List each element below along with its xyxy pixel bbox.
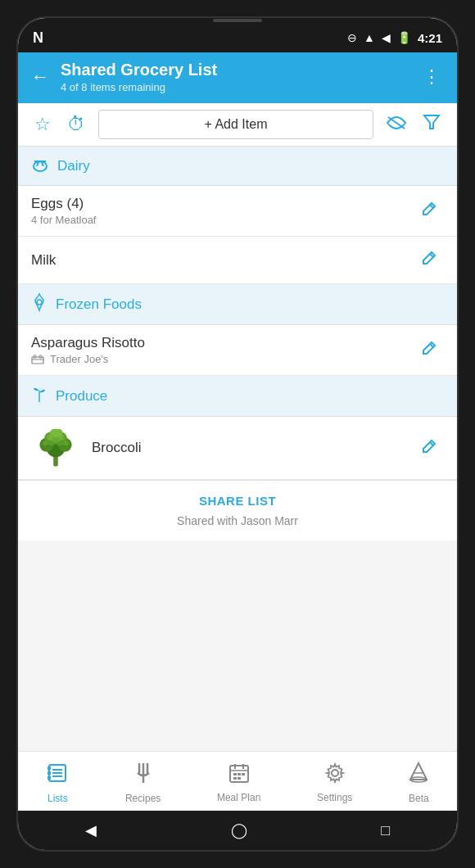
category-name-dairy: Dairy — [57, 158, 90, 174]
svg-point-25 — [55, 429, 62, 436]
edit-button-milk[interactable] — [414, 246, 444, 274]
nav-label-lists: Lists — [48, 793, 68, 804]
hide-icon[interactable] — [383, 111, 409, 138]
share-list-button[interactable]: SHARE LIST — [31, 494, 444, 508]
item-title-risotto: Asparagus Risotto — [31, 335, 414, 351]
filter-icon[interactable] — [419, 110, 444, 139]
nav-item-mealplan[interactable]: Meal Plan — [207, 759, 270, 807]
home-nav-button[interactable]: ◯ — [224, 815, 254, 846]
category-header-produce: Produce — [18, 376, 457, 417]
svg-rect-32 — [48, 771, 51, 775]
phone-container: N ⊖ ▲ ◀ 🔋 4:21 ← Shared Grocery List 4 o… — [16, 16, 459, 852]
svg-rect-44 — [233, 777, 237, 780]
list-item: Asparagus Risotto Trader Joe's — [18, 325, 457, 376]
calendar-icon — [228, 762, 250, 789]
category-header-frozen: Frozen Foods — [18, 284, 457, 325]
nav-item-settings[interactable]: Settings — [307, 759, 362, 807]
settings-icon — [324, 762, 346, 789]
svg-point-22 — [43, 441, 48, 446]
item-title-eggs: Eggs (4) — [31, 196, 414, 212]
status-bar: N ⊖ ▲ ◀ 🔋 4:21 — [18, 23, 457, 52]
lists-icon — [46, 762, 69, 790]
back-button[interactable]: ← — [31, 66, 49, 88]
page-title: Shared Grocery List — [61, 61, 419, 79]
nav-item-lists[interactable]: Lists — [36, 758, 79, 807]
add-item-button[interactable]: + Add Item — [98, 110, 373, 139]
nav-label-recipes: Recipes — [125, 793, 161, 804]
item-content-risotto: Asparagus Risotto Trader Joe's — [31, 335, 414, 365]
nav-item-recipes[interactable]: Recipes — [115, 758, 170, 807]
bottom-nav: Lists Recipes — [18, 751, 457, 811]
status-bar-right: ⊖ ▲ ◀ 🔋 4:21 — [347, 31, 442, 45]
svg-rect-42 — [238, 773, 241, 775]
category-header-dairy: Dairy — [18, 147, 457, 186]
battery-icon: 🔋 — [397, 31, 411, 44]
add-item-label: + Add Item — [205, 117, 268, 132]
content-area: Dairy Eggs (4) 4 for Meatloaf Milk — [18, 147, 457, 751]
edit-button-risotto[interactable] — [414, 337, 444, 364]
time-display: 4:21 — [418, 31, 442, 45]
dairy-icon — [31, 155, 49, 177]
top-bar: ← Shared Grocery List 4 of 8 items remai… — [18, 52, 457, 103]
category-name-frozen: Frozen Foods — [56, 296, 142, 313]
carrier-icon: N — [33, 29, 43, 47]
signal-icon: ◀ — [382, 31, 391, 44]
svg-point-2 — [34, 161, 47, 171]
produce-icon — [31, 384, 48, 408]
item-content-eggs: Eggs (4) 4 for Meatloaf — [31, 196, 414, 226]
svg-rect-33 — [48, 776, 51, 780]
svg-point-6 — [37, 300, 42, 305]
nav-label-beta: Beta — [409, 793, 429, 804]
list-item: Milk — [18, 237, 457, 284]
svg-rect-41 — [233, 773, 237, 775]
favorites-icon[interactable]: ☆ — [31, 111, 54, 138]
recipes-icon — [133, 762, 154, 790]
item-subtitle-risotto: Trader Joe's — [31, 353, 414, 365]
edit-button-eggs[interactable] — [414, 197, 444, 224]
history-icon[interactable]: ⏱ — [64, 111, 88, 138]
more-options-button[interactable]: ⋮ — [419, 63, 444, 91]
svg-rect-31 — [48, 766, 51, 770]
footer-actions: SHARE LIST Shared with Jason Marr — [18, 480, 457, 540]
item-title-broccoli: Broccoli — [92, 440, 414, 456]
top-bar-center: Shared Grocery List 4 of 8 items remaini… — [61, 61, 419, 93]
list-item: Eggs (4) 4 for Meatloaf — [18, 186, 457, 237]
edit-button-broccoli[interactable] — [414, 435, 444, 462]
recents-nav-button[interactable]: □ — [374, 816, 396, 846]
category-name-produce: Produce — [56, 388, 107, 405]
item-title-milk: Milk — [31, 252, 414, 269]
page-subtitle: 4 of 8 items remaining — [61, 81, 419, 93]
svg-point-46 — [332, 770, 338, 776]
item-subtitle-eggs: 4 for Meatloaf — [31, 214, 414, 226]
nav-label-settings: Settings — [317, 792, 352, 803]
svg-rect-45 — [238, 777, 241, 780]
item-content-broccoli: Broccoli — [92, 440, 414, 456]
nav-item-beta[interactable]: Beta — [399, 758, 439, 807]
item-content-milk: Milk — [31, 252, 414, 269]
no-entry-icon: ⊖ — [347, 31, 357, 44]
wifi-icon: ▲ — [364, 31, 375, 44]
list-item: Broccoli — [18, 417, 457, 480]
svg-marker-1 — [424, 115, 439, 129]
toolbar: ☆ ⏱ + Add Item — [18, 103, 457, 147]
android-nav: ◀ ◯ □ — [18, 811, 457, 850]
back-nav-button[interactable]: ◀ — [79, 815, 103, 846]
frozen-icon — [31, 292, 48, 316]
store-label: Trader Joe's — [50, 353, 108, 365]
cone-icon — [409, 762, 428, 790]
svg-point-23 — [64, 441, 69, 446]
nav-label-mealplan: Meal Plan — [217, 792, 260, 803]
broccoli-image — [31, 423, 80, 472]
shared-with-label: Shared with Jason Marr — [31, 514, 444, 527]
svg-rect-43 — [242, 773, 245, 775]
